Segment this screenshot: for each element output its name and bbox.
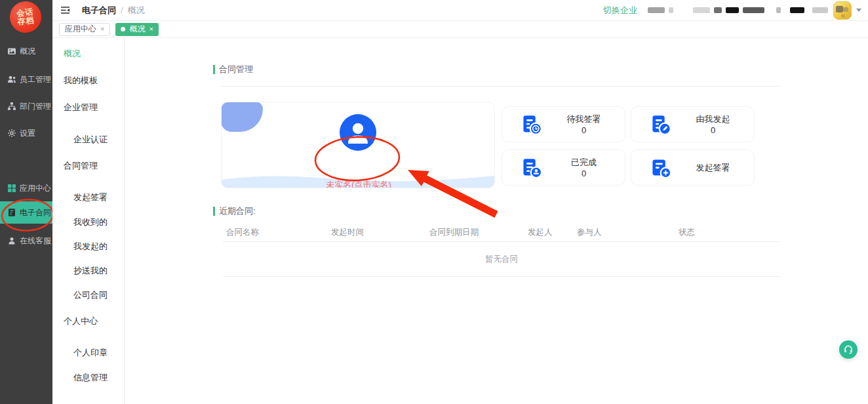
stat-card-completed[interactable]: 已完成 0 (502, 150, 625, 186)
org-chart-icon (7, 102, 16, 111)
submenu-label: 抄送我的 (73, 266, 108, 275)
redacted-text (648, 7, 665, 13)
column-header: 状态 (675, 227, 780, 238)
annotation-overlay (125, 38, 868, 404)
main-content: 合同管理 未实名(点击实名) (125, 38, 868, 404)
stat-label: 由我发起 (696, 113, 730, 125)
sidebar-item-label: 在线客服 (20, 235, 51, 247)
switch-company-link[interactable]: 切换企业 (603, 5, 637, 16)
support-agent-icon (7, 236, 16, 245)
sidebar-item-e-contract[interactable]: 电子合同 (0, 201, 52, 224)
redacted-text (726, 7, 739, 13)
section-title-recent-contracts: 近期合同: (213, 205, 256, 217)
column-header: 合同名称 (223, 227, 328, 238)
realname-avatar-button[interactable] (340, 114, 376, 151)
submenu-item-personal-seal[interactable]: 个人印章 (73, 340, 108, 365)
decorative-blob (221, 102, 263, 132)
sidebar-item-online-support[interactable]: 在线客服 (0, 230, 52, 252)
stat-value: 0 (582, 168, 586, 179)
title-accent-bar (213, 65, 215, 74)
stat-label: 已完成 (571, 157, 597, 168)
floating-support-button[interactable] (839, 340, 858, 359)
sidebar-item-departments[interactable]: 部门管理 (0, 95, 52, 117)
doc-clock-icon (521, 114, 543, 135)
top-header: 电子合同 / 概况 切换企业 (52, 0, 868, 21)
submenu-label: 信息管理 (73, 373, 108, 382)
apps-grid-icon (7, 184, 16, 193)
stat-card-initiate-sign[interactable]: 发起签署 (631, 150, 755, 186)
submenu-label: 个人中心 (64, 316, 98, 326)
app-window: 会话 存档 概况 员工管理 (0, 0, 868, 404)
redacted-text (812, 7, 828, 13)
submenu-item-my-templates[interactable]: 我的模板 (64, 68, 98, 93)
redacted-text (776, 7, 781, 13)
recent-contracts-table: 合同名称 发起时间 合同到期日期 发起人 参与人 状态 暂无合同 (223, 223, 780, 277)
breadcrumb-page: 概况 (128, 5, 145, 16)
stat-card-initiated-by-me[interactable]: 由我发起 0 (631, 106, 755, 142)
logo-text-line2: 存档 (17, 16, 35, 27)
realname-status-link[interactable]: 未实名(点击实名) (222, 179, 495, 188)
submenu-item-received[interactable]: 我收到的 (73, 210, 108, 235)
submenu-item-initiate-sign[interactable]: 发起签署 (73, 185, 108, 210)
breadcrumb-app[interactable]: 电子合同 (82, 5, 116, 16)
submenu-label: 企业管理 (64, 102, 98, 112)
submenu-item-contract-management[interactable]: 合同管理 (64, 153, 98, 178)
active-tab-dot (121, 27, 125, 31)
app-logo: 会话 存档 (9, 0, 43, 34)
breadcrumb: 电子合同 / 概况 (82, 5, 145, 16)
stat-label: 发起签署 (696, 162, 730, 173)
title-accent-bar (213, 207, 215, 216)
redacted-text (669, 7, 673, 13)
tab-app-center[interactable]: 应用中心 × (59, 23, 110, 36)
stat-label: 待我签署 (567, 113, 601, 125)
collapse-sidebar-button[interactable] (60, 6, 70, 14)
sidebar-item-employees[interactable]: 员工管理 (0, 68, 52, 91)
sidebar-item-label: 设置 (20, 128, 35, 139)
sidebar-item-label: 电子合同 (20, 207, 51, 218)
submenu-item-company-contracts[interactable]: 公司合同 (73, 283, 108, 308)
column-header: 合同到期日期 (426, 227, 524, 238)
users-icon (7, 75, 16, 84)
sidebar-item-app-center[interactable]: 应用中心 (0, 177, 52, 199)
submenu-label: 个人印章 (73, 348, 108, 357)
caret-down-icon[interactable] (856, 9, 861, 12)
user-silhouette-icon (340, 114, 376, 151)
close-tab-icon[interactable]: × (149, 26, 153, 33)
doc-plus-icon (650, 157, 672, 178)
secondary-sidebar: 概况 我的模板 企业管理 企业认证 合同管理 发起签署 我收到的 我发起的 抄送… (52, 38, 125, 404)
doc-stamp-icon (521, 157, 543, 178)
submenu-label: 我的模板 (64, 75, 98, 85)
divider (221, 86, 780, 87)
tab-overview[interactable]: 概况 × (115, 23, 158, 36)
submenu-item-company-auth[interactable]: 企业认证 (73, 127, 108, 152)
submenu-item-cc-me[interactable]: 抄送我的 (73, 258, 108, 283)
stat-value: 0 (711, 125, 715, 136)
column-header: 发起时间 (328, 227, 426, 238)
submenu-item-initiated-by-me[interactable]: 我发起的 (73, 234, 108, 259)
submenu-label: 概况 (64, 49, 81, 58)
submenu-label: 企业认证 (73, 134, 108, 144)
sidebar-item-label: 员工管理 (20, 74, 51, 85)
redacted-text (693, 7, 710, 13)
table-header-row: 合同名称 发起时间 合同到期日期 发起人 参与人 状态 (223, 223, 780, 242)
stat-value: 0 (582, 125, 586, 136)
tab-label: 概况 (129, 24, 145, 35)
open-tabs-bar: 应用中心 × 概况 × (52, 21, 868, 38)
user-avatar[interactable] (833, 1, 852, 20)
submenu-item-personal-center[interactable]: 个人中心 (64, 309, 98, 334)
stat-card-pending-sign[interactable]: 待我签署 0 (502, 106, 625, 142)
redacted-text (743, 7, 764, 13)
submenu-item-info-management[interactable]: 信息管理 (73, 365, 108, 390)
submenu-item-overview[interactable]: 概况 (64, 41, 81, 66)
picture-icon (7, 47, 16, 56)
redacted-text (790, 7, 804, 13)
section-title-text: 近期合同: (219, 205, 256, 217)
sidebar-item-settings[interactable]: 设置 (0, 122, 52, 144)
primary-sidebar: 会话 存档 概况 员工管理 (0, 0, 52, 404)
submenu-label: 我收到的 (73, 217, 108, 227)
close-tab-icon[interactable]: × (100, 26, 104, 33)
submenu-item-company-management[interactable]: 企业管理 (64, 95, 98, 120)
column-header: 参与人 (574, 227, 675, 238)
sidebar-item-overview[interactable]: 概况 (0, 40, 52, 62)
submenu-label: 合同管理 (64, 161, 98, 171)
